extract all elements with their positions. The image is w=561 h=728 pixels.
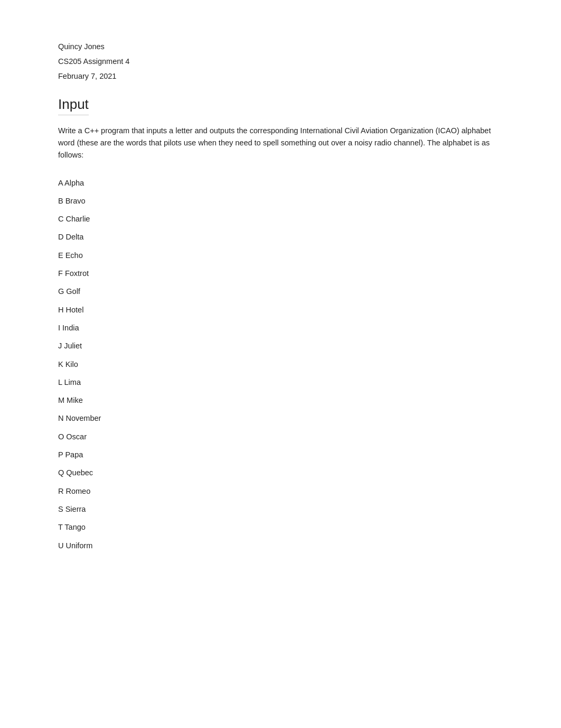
course-line: CS205 Assignment 4 bbox=[58, 57, 503, 66]
alphabet-row: M Mike bbox=[58, 395, 503, 406]
alphabet-row: L Lima bbox=[58, 377, 503, 388]
alphabet-row: C Charlie bbox=[58, 214, 503, 224]
alphabet-row: Q Quebec bbox=[58, 467, 503, 478]
alphabet-row: U Uniform bbox=[58, 540, 503, 551]
alphabet-row: G Golf bbox=[58, 286, 503, 297]
alphabet-row: I India bbox=[58, 322, 503, 333]
alphabet-row: J Juliet bbox=[58, 340, 503, 351]
alphabet-row: E Echo bbox=[58, 250, 503, 261]
date-line: February 7, 2021 bbox=[58, 72, 503, 80]
alphabet-row: R Romeo bbox=[58, 486, 503, 496]
alphabet-row: O Oscar bbox=[58, 431, 503, 442]
section-title: Input bbox=[58, 96, 89, 115]
alphabet-row: H Hotel bbox=[58, 305, 503, 315]
alphabet-row: P Papa bbox=[58, 449, 503, 460]
alphabet-row: D Delta bbox=[58, 232, 503, 242]
author-text: Quincy Jones bbox=[58, 42, 105, 51]
alphabet-row: K Kilo bbox=[58, 359, 503, 370]
alphabet-row: F Foxtrot bbox=[58, 268, 503, 279]
date-text: February 7, 2021 bbox=[58, 72, 116, 80]
alphabet-row: A Alpha bbox=[58, 178, 503, 188]
alphabet-table: A AlphaB BravoC CharlieD DeltaE EchoF Fo… bbox=[58, 178, 503, 551]
alphabet-row: B Bravo bbox=[58, 196, 503, 206]
author-line: Quincy Jones bbox=[58, 42, 503, 51]
alphabet-row: N November bbox=[58, 413, 503, 423]
page-container: Quincy Jones CS205 Assignment 4 February… bbox=[0, 0, 561, 601]
alphabet-row: S Sierra bbox=[58, 504, 503, 514]
course-text: CS205 Assignment 4 bbox=[58, 57, 129, 66]
section-description: Write a C++ program that inputs a letter… bbox=[58, 125, 503, 162]
alphabet-row: T Tango bbox=[58, 522, 503, 532]
